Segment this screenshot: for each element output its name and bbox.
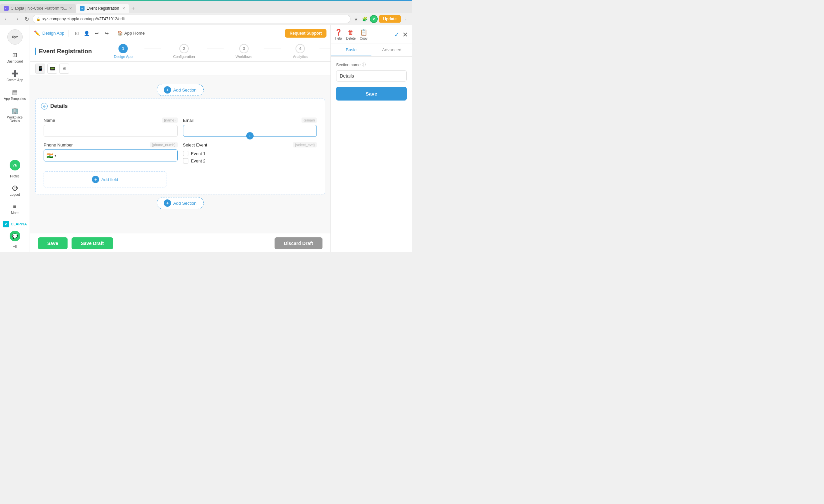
menu-icon[interactable]: ⋮ bbox=[402, 15, 409, 23]
fields-grid: Name {name} Email {email} + bbox=[35, 113, 325, 168]
step-connector-2-3 bbox=[207, 48, 224, 49]
create-app-icon: ➕ bbox=[11, 70, 19, 77]
phone-dropdown-arrow[interactable]: ▾ bbox=[55, 154, 56, 158]
step-number-1: 1 bbox=[122, 46, 124, 51]
design-app-button[interactable]: ✏️ Design App bbox=[34, 30, 65, 36]
event-2-checkbox[interactable] bbox=[183, 158, 188, 164]
back-button[interactable]: ← bbox=[3, 15, 11, 23]
forward-button[interactable]: → bbox=[13, 15, 21, 23]
event-1-checkbox[interactable] bbox=[183, 151, 188, 156]
workplace-icon: 🏢 bbox=[11, 107, 19, 114]
help-label: Help bbox=[335, 36, 342, 40]
sidebar-item-label-workplace: Workplace Details bbox=[3, 115, 27, 123]
sidebar-collapse-button[interactable]: ◀ bbox=[12, 243, 18, 249]
add-section-label-top: Add Section bbox=[173, 88, 196, 93]
sidebar-item-app-templates[interactable]: ▤ App Templates bbox=[2, 86, 28, 103]
step-1: 1 Design App bbox=[114, 44, 132, 59]
add-section-button-top[interactable]: + Add Section bbox=[157, 84, 203, 96]
design-app-icon: ✏️ bbox=[34, 30, 40, 36]
undo-button[interactable]: ↩ bbox=[93, 29, 101, 37]
phone-input[interactable]: 🇮🇳 ▾ bbox=[43, 149, 178, 162]
help-action[interactable]: ❓ Help bbox=[335, 29, 342, 40]
step-connector-3-4 bbox=[264, 48, 281, 49]
add-section-plus-icon-top: + bbox=[164, 86, 171, 94]
step-number-2: 2 bbox=[183, 46, 185, 51]
sidebar-item-label-more: More bbox=[11, 211, 19, 215]
step-circle-1[interactable]: 1 bbox=[118, 44, 128, 53]
sidebar-item-more[interactable]: ≡ More bbox=[2, 200, 28, 217]
browser-tab-clappia[interactable]: C Clappia | No-Code Platform fo... × bbox=[0, 4, 76, 13]
add-field-button[interactable]: + Add field bbox=[43, 172, 167, 187]
chat-button[interactable]: 💬 bbox=[10, 231, 20, 241]
save-button-panel[interactable]: Save bbox=[336, 87, 407, 101]
bookmark-icon[interactable]: ★ bbox=[352, 15, 360, 23]
tablet-view-button[interactable]: 📟 bbox=[47, 64, 57, 74]
extensions-icon[interactable]: 🧩 bbox=[361, 15, 369, 23]
toolbar-icons: ⊡ 👤 ↩ ↪ bbox=[73, 29, 111, 37]
logout-icon: ⏻ bbox=[12, 185, 18, 192]
sidebar: Xyz ⊞ Dashboard ➕ Create App ▤ App Templ… bbox=[0, 25, 30, 252]
right-panel-body: Section name ⓘ Save bbox=[331, 57, 412, 252]
user-icon-btn[interactable]: 👤 bbox=[83, 29, 91, 37]
sidebar-bottom: VE Profile ⏻ Logout ≡ More C CLAPPIA 💬 ◀ bbox=[1, 160, 29, 249]
reload-button[interactable]: ↻ bbox=[23, 15, 31, 23]
request-support-button[interactable]: Request Support bbox=[285, 29, 326, 37]
app-title: Event Registration bbox=[35, 47, 102, 55]
phone-label-row: Phone Number {phone_numb} bbox=[43, 142, 178, 147]
section-name-input[interactable] bbox=[336, 70, 407, 82]
redo-button[interactable]: ↪ bbox=[103, 29, 111, 37]
url-bar[interactable]: 🔒 xyz-company.clappia.com/app/VJT471912/… bbox=[33, 15, 350, 23]
section-collapse-button[interactable]: ⊖ bbox=[41, 103, 47, 109]
discard-draft-button[interactable]: Discard Draft bbox=[275, 237, 322, 249]
copy-icon: 📋 bbox=[360, 29, 368, 36]
delete-icon: 🗑 bbox=[348, 29, 354, 36]
view-toggle: 📱 📟 🖥 bbox=[30, 62, 330, 76]
step-label-3: Workflows bbox=[236, 55, 252, 59]
tab-close-event[interactable]: × bbox=[122, 6, 125, 11]
sidebar-item-logout[interactable]: ⏻ Logout bbox=[2, 182, 28, 199]
tab-label-event: Event Registration bbox=[87, 6, 119, 11]
app-home-button[interactable]: 🏠 App Home bbox=[117, 31, 145, 36]
confirm-close-icon[interactable]: ✕ bbox=[402, 31, 408, 38]
sidebar-item-create-app[interactable]: ➕ Create App bbox=[2, 67, 28, 85]
mobile-view-button[interactable]: 📱 bbox=[35, 64, 45, 74]
user-avatar[interactable]: V bbox=[370, 15, 378, 23]
desktop-view-button[interactable]: 🖥 bbox=[59, 64, 69, 74]
browser-tab-event[interactable]: E Event Registration × bbox=[76, 4, 129, 13]
tab-advanced[interactable]: Advanced bbox=[372, 44, 412, 56]
sidebar-item-profile[interactable]: Profile bbox=[2, 172, 28, 181]
save-draft-button[interactable]: Save Draft bbox=[72, 237, 113, 249]
lock-icon: 🔒 bbox=[36, 17, 40, 21]
save-button-bottom[interactable]: Save bbox=[38, 237, 68, 249]
event-1-checkbox-item[interactable]: Event 1 bbox=[183, 151, 317, 156]
name-input[interactable] bbox=[43, 125, 178, 137]
add-row-button[interactable]: + bbox=[246, 132, 253, 139]
user-profile-avatar[interactable]: VE bbox=[10, 160, 20, 171]
layers-icon-btn[interactable]: ⊡ bbox=[73, 29, 81, 37]
step-circle-3[interactable]: 3 bbox=[239, 44, 248, 53]
name-field-label: Name bbox=[43, 118, 55, 123]
sidebar-item-label-dashboard: Dashboard bbox=[7, 60, 23, 63]
step-circle-4[interactable]: 4 bbox=[296, 44, 305, 53]
browser-tabs: C Clappia | No-Code Platform fo... × E E… bbox=[0, 1, 412, 13]
new-tab-button[interactable]: + bbox=[129, 5, 137, 13]
section-title: Details bbox=[50, 103, 68, 109]
step-3: 3 Workflows bbox=[236, 44, 252, 59]
step-circle-2[interactable]: 2 bbox=[179, 44, 189, 53]
event-2-checkbox-item[interactable]: Event 2 bbox=[183, 158, 317, 164]
sidebar-item-dashboard[interactable]: ⊞ Dashboard bbox=[2, 48, 28, 66]
sidebar-item-label-profile: Profile bbox=[10, 175, 19, 178]
sidebar-item-workplace-details[interactable]: 🏢 Workplace Details bbox=[2, 105, 28, 125]
add-section-button-bottom[interactable]: + Add Section bbox=[157, 197, 203, 209]
update-button[interactable]: Update bbox=[379, 15, 401, 23]
confirm-check-icon[interactable]: ✓ bbox=[394, 31, 400, 38]
copy-action[interactable]: 📋 Copy bbox=[360, 29, 368, 40]
browser-toolbar: ← → ↻ 🔒 xyz-company.clappia.com/app/VJT4… bbox=[0, 13, 412, 25]
add-section-bottom: + Add Section bbox=[35, 197, 325, 209]
toolbar-divider bbox=[69, 30, 69, 36]
delete-action[interactable]: 🗑 Delete bbox=[346, 29, 356, 40]
tab-close-clappia[interactable]: × bbox=[69, 6, 72, 11]
main-content: ✏️ Design App ⊡ 👤 ↩ ↪ 🏠 App Home Request… bbox=[30, 25, 330, 252]
sidebar-item-label-logout: Logout bbox=[10, 193, 20, 196]
tab-basic[interactable]: Basic bbox=[331, 44, 372, 56]
